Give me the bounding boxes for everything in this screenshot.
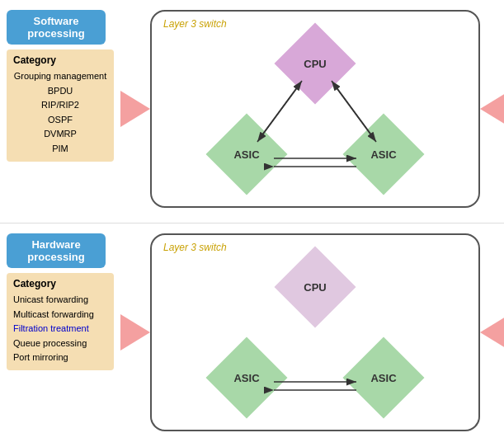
hardware-cpu-diamond-wrapper: CPU [286,258,344,316]
hardware-asic-left-label: ASIC [233,372,259,384]
software-category-items: Grouping management BPDU RIP/RIP2 OSPF D… [13,69,107,157]
hardware-category-box: Category Unicast forwarding Multicast fo… [7,273,114,370]
pink-arrow-right-icon [120,91,150,127]
hardware-cpu-label: CPU [304,281,326,294]
software-category-title: Category [13,54,107,66]
hardware-asic-right-wrapper: ASIC [355,349,412,407]
hardware-ext-arrow-right [480,314,504,351]
list-item: PIM [13,142,107,157]
hardware-category-title: Category [13,278,107,289]
hardware-section: Hardware processing Category Unicast for… [0,224,504,447]
software-asic-right-label: ASIC [370,148,396,161]
software-cpu-diamond-wrapper: CPU [286,35,344,92]
hardware-layer-label: Layer 3 switch [163,242,227,253]
list-item: RIP/RIP2 [13,98,107,113]
hardware-left-panel: Hardware processing Category Unicast for… [7,230,126,370]
list-item: OSPF [13,113,107,128]
list-item: Port mirroring [13,351,107,365]
list-item: Filtration treatment [13,322,107,336]
hardware-asic-left-wrapper: ASIC [218,349,276,407]
list-item: Queue processing [13,336,107,351]
software-ext-arrow-right [480,91,504,127]
main-container: Software processing Category Grouping ma… [0,0,504,447]
hardware-category-items: Unicast forwarding Multicast forwarding … [13,293,107,365]
software-asic-right-wrapper: ASIC [355,125,412,183]
hardware-ext-arrow-left [120,314,150,351]
list-item: Grouping management [13,69,107,84]
list-item: DVMRP [13,127,107,142]
software-cpu-label: CPU [304,58,326,70]
list-item: BPDU [13,84,107,99]
list-item: Unicast forwarding [13,293,107,308]
hardware-diagram-box: Layer 3 switch CPU ASIC [150,233,480,431]
hardware-asic-right-label: ASIC [370,372,396,384]
hardware-diagram-area: Layer 3 switch CPU ASIC [126,230,504,435]
software-badge: Software processing [7,10,106,45]
hardware-badge: Hardware processing [7,233,106,268]
software-layer-label: Layer 3 switch [163,18,227,30]
hardware-pink-arrow-left-icon [480,314,504,351]
software-asic-left-wrapper: ASIC [218,125,276,183]
software-ext-arrow-left [120,91,150,127]
software-diagram-area: Layer 3 switch CPU ASIC [126,7,504,211]
pink-arrow-left-icon [480,91,504,127]
software-left-panel: Software processing Category Grouping ma… [7,7,126,162]
hardware-pink-arrow-right-icon [120,314,150,351]
software-category-box: Category Grouping management BPDU RIP/RI… [7,49,114,162]
software-asic-left-label: ASIC [233,148,259,161]
software-diagram-box: Layer 3 switch CPU ASIC [150,10,480,208]
list-item: Multicast forwarding [13,308,107,322]
software-section: Software processing Category Grouping ma… [0,0,504,224]
